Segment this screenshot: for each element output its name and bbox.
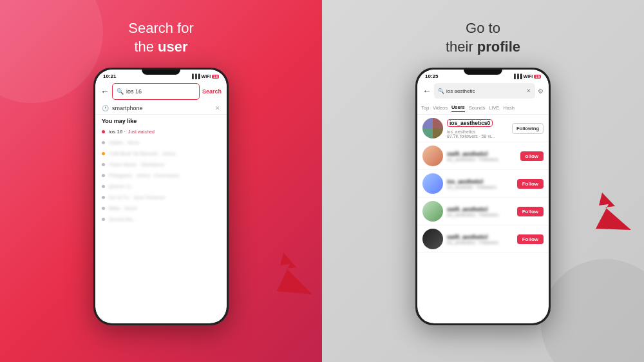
- user-item-1[interactable]: ios_aesthetics0 ios_aesthetics87.7K foll…: [417, 115, 549, 142]
- suggestion-text-1: ios 16 · Just watched: [109, 129, 155, 135]
- right-arrow-indicator: [596, 191, 638, 236]
- user-sub-5: ios_aesthetics · Followers: [447, 240, 513, 245]
- tab-sounds[interactable]: Sounds: [469, 104, 485, 112]
- suggestion-item-3[interactable]: Chill Beat Tai Baroshi · Johns: [95, 148, 227, 159]
- user-info-2: swift_aestheticl ios_aesthetics · Follow…: [447, 151, 516, 162]
- search-input-left[interactable]: 🔍 ios 16: [112, 83, 200, 100]
- dot-8: [102, 207, 105, 210]
- suggestion-item-7[interactable]: Go Si Tu · Jace Paramel: [95, 192, 227, 203]
- user-item-3[interactable]: ios_aestheticl ios_aesthetic · Followers…: [417, 170, 549, 198]
- left-panel: Search for the user 10:21 ▐▐▐ WiFi 18 ← …: [0, 0, 322, 362]
- search-bar-left[interactable]: ← 🔍 ios 16 Search: [95, 81, 227, 102]
- just-watched-label: Just watched: [128, 129, 155, 134]
- back-button-left[interactable]: ←: [100, 86, 109, 97]
- dot-3: [102, 152, 105, 155]
- follow-button-5[interactable]: Follow: [517, 234, 544, 244]
- follow-button-4[interactable]: Follow: [517, 207, 544, 216]
- suggestion-item-1[interactable]: ios 16 · Just watched: [95, 126, 227, 137]
- search-input-right[interactable]: 🔍 ios aesthetic ✕: [434, 83, 535, 99]
- user-avatar-3: [422, 173, 443, 194]
- status-icons-left: ▐▐▐ WiFi 18: [191, 74, 219, 79]
- user-item-4[interactable]: swift_aestheticl ios_aesthetics · Follow…: [417, 198, 549, 225]
- search-icon-right: 🔍: [438, 88, 444, 94]
- user-item-5[interactable]: swift_aestheticl ios_aesthetics · Follow…: [417, 225, 549, 253]
- user-info-5: swift_aestheticl ios_aesthetics · Follow…: [447, 234, 513, 245]
- user-avatar-5: [422, 229, 443, 249]
- suggestion-item-2[interactable]: Oldies · More: [95, 137, 227, 148]
- suggestion-text-9: Sound Ma...: [109, 216, 137, 222]
- dot-4: [102, 163, 105, 166]
- user-sub-4: ios_aesthetics · Followers: [447, 213, 513, 217]
- user-name-3: ios_aestheticl: [447, 178, 513, 185]
- suggestion-text-2: Oldies · More: [109, 140, 140, 146]
- user-info-1: ios_aesthetics0 ios_aesthetics87.7K foll…: [447, 118, 508, 138]
- search-button-left[interactable]: Search: [202, 88, 222, 95]
- follow-button-2[interactable]: ollow: [520, 151, 544, 161]
- tab-live[interactable]: LIVE: [489, 104, 499, 112]
- dot-1: [102, 130, 105, 133]
- user-sub-2: ios_aesthetics · Followers: [447, 157, 516, 162]
- tab-top[interactable]: Top: [421, 104, 429, 112]
- search-query-right: ios aesthetic: [446, 88, 524, 94]
- dot-2: [102, 141, 105, 144]
- dot-9: [102, 218, 105, 221]
- recent-row: 🕐 smartphone ✕: [95, 102, 227, 115]
- dot-5: [102, 174, 105, 177]
- user-info-3: ios_aestheticl ios_aesthetic · Followers: [447, 178, 513, 189]
- follow-button-3[interactable]: Follow: [517, 179, 544, 189]
- user-sub-1: ios_aesthetics87.7K followers · 58 vi...: [447, 129, 508, 138]
- right-phone: 10:25 ▐▐▐ WiFi 18 ← 🔍 ios aesthetic ✕ ⚙: [415, 68, 551, 325]
- suggestion-item-8[interactable]: Blibo · Noori: [95, 203, 227, 214]
- left-arrow-indicator: [274, 249, 319, 301]
- search-icon-left: 🔍: [117, 88, 124, 95]
- dot-7: [102, 196, 105, 199]
- user-sub-3: ios_aesthetic · Followers: [447, 185, 513, 189]
- user-name-1: ios_aesthetics0: [447, 119, 493, 127]
- user-info-4: swift_aestheticl ios_aesthetics · Follow…: [447, 206, 513, 217]
- user-name-4: swift_aestheticl: [447, 206, 513, 213]
- search-bar-right[interactable]: ← 🔍 ios aesthetic ✕ ⚙: [417, 81, 549, 101]
- section-title-left: You may like: [95, 115, 227, 126]
- suggestion-text-6: iphone 11: [109, 184, 131, 189]
- user-avatar-4: [422, 201, 443, 222]
- clear-search-button[interactable]: ✕: [526, 88, 531, 94]
- user-name-5: swift_aestheticl: [447, 234, 513, 240]
- user-avatar-1: [422, 118, 443, 138]
- user-avatar-2: [422, 146, 443, 166]
- phone-screen-left: 10:21 ▐▐▐ WiFi 18 ← 🔍 ios 16 Search: [95, 70, 227, 323]
- right-panel: Go to their profile 10:25 ▐▐▐ WiFi 18 ← …: [322, 0, 644, 362]
- suggestion-text-4: Trace Music · Stardance: [109, 162, 164, 167]
- clear-recent-button[interactable]: ✕: [215, 105, 220, 111]
- suggestion-item-5[interactable]: Phloppers · Johns · Hurricanes: [95, 170, 227, 181]
- suggestion-text-3: Chill Beat Tai Baroshi · Johns: [109, 151, 176, 157]
- tab-hashtag[interactable]: Hash: [503, 104, 515, 112]
- suggestion-text-5: Phloppers · Johns · Hurricanes: [109, 173, 179, 178]
- user-list: ios_aesthetics0 ios_aesthetics87.7K foll…: [417, 115, 549, 323]
- clock-icon: 🕐: [102, 105, 109, 111]
- filter-icon[interactable]: ⚙: [538, 88, 544, 95]
- phone-notch: [142, 70, 180, 75]
- suggestion-text-8: Blibo · Noori: [109, 205, 137, 211]
- search-text-left: ios 16: [126, 88, 142, 95]
- suggestion-item-4[interactable]: Trace Music · Stardance: [95, 159, 227, 170]
- back-button-right[interactable]: ←: [422, 86, 431, 96]
- suggestion-text-7: Go Si Tu · Jace Paramel: [109, 195, 165, 200]
- left-phone: 10:21 ▐▐▐ WiFi 18 ← 🔍 ios 16 Search: [93, 68, 229, 325]
- suggestion-item-9[interactable]: Sound Ma...: [95, 214, 227, 225]
- tab-videos[interactable]: Videos: [433, 104, 448, 112]
- tab-users[interactable]: Users: [451, 103, 465, 112]
- status-icons-right: ▐▐▐ WiFi 18: [513, 74, 541, 79]
- time-right: 10:25: [425, 73, 438, 79]
- phone-screen-right: 10:25 ▐▐▐ WiFi 18 ← 🔍 ios aesthetic ✕ ⚙: [417, 70, 549, 323]
- dot-6: [102, 185, 105, 188]
- user-name-2: swift_aestheticl: [447, 151, 516, 157]
- suggestion-list: ios 16 · Just watched Oldies · More Chil…: [95, 126, 227, 323]
- right-title: Go to their profile: [446, 19, 520, 56]
- recent-item: smartphone: [112, 105, 143, 111]
- following-button-1[interactable]: Following: [512, 123, 544, 134]
- user-item-2[interactable]: swift_aestheticl ios_aesthetics · Follow…: [417, 142, 549, 170]
- suggestion-item-6[interactable]: iphone 11: [95, 181, 227, 192]
- left-title: Search for the user: [128, 19, 194, 56]
- phone-notch-right: [464, 70, 502, 75]
- tabs-row: Top Videos Users Sounds LIVE Hash: [417, 101, 549, 115]
